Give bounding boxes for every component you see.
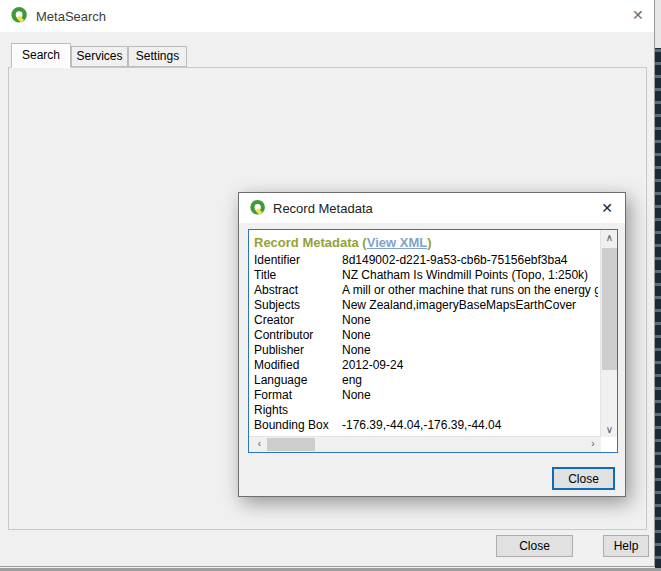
field-label: Bounding Box xyxy=(254,418,342,433)
tab-services[interactable]: Services xyxy=(71,46,128,67)
metadata-content: Record Metadata (View XML) Identifier 8d… xyxy=(254,235,598,433)
field-label: Publisher xyxy=(254,343,342,358)
field-value: eng xyxy=(342,373,598,388)
metadata-field-row: Contributor None xyxy=(254,328,598,343)
dialog-close-label: Close xyxy=(568,472,599,486)
field-label: Abstract xyxy=(254,283,342,298)
metadata-field-row: Title NZ Chatham Is Windmill Points (Top… xyxy=(254,268,598,283)
metadata-field-row: Rights xyxy=(254,403,598,418)
field-value: None xyxy=(342,313,598,328)
tab-settings-label: Settings xyxy=(136,49,179,63)
main-close-button[interactable]: Close xyxy=(496,535,573,557)
metadata-field-row: Bounding Box -176.39,-44.04,-176.39,-44.… xyxy=(254,418,598,433)
metadata-text-area[interactable]: Record Metadata (View XML) Identifier 8d… xyxy=(248,229,618,453)
help-label: Help xyxy=(614,539,639,553)
metadata-field-row: Abstract A mill or other machine that ru… xyxy=(254,283,598,298)
dialog-close-icon[interactable]: ✕ xyxy=(601,200,613,216)
background-app-strip-top xyxy=(655,0,661,48)
background-app-strip xyxy=(655,0,661,571)
field-value: -176.39,-44.04,-176.39,-44.04 xyxy=(342,418,598,433)
tab-search[interactable]: Search xyxy=(11,43,71,68)
scroll-up-icon[interactable]: ∧ xyxy=(601,232,618,243)
metadata-heading-prefix: Record Metadata ( xyxy=(254,235,367,250)
window-title: MetaSearch xyxy=(36,9,106,24)
metadata-field-row: Identifier 8d149002-d221-9a53-cb6b-75156… xyxy=(254,253,598,268)
tab-services-label: Services xyxy=(76,49,122,63)
dialog-title: Record Metadata xyxy=(273,201,373,216)
field-label: Language xyxy=(254,373,342,388)
field-value: 2012-09-24 xyxy=(342,358,598,373)
tab-search-label: Search xyxy=(22,48,60,62)
field-label: Format xyxy=(254,388,342,403)
qgis-logo-icon xyxy=(249,199,267,217)
horizontal-scrollbar[interactable]: ‹ › xyxy=(249,436,601,452)
metadata-field-row: Publisher None xyxy=(254,343,598,358)
scroll-left-icon[interactable]: ‹ xyxy=(251,438,268,449)
field-label: Modified xyxy=(254,358,342,373)
record-metadata-dialog: Record Metadata ✕ Record Metadata (View … xyxy=(238,192,626,497)
field-label: Identifier xyxy=(254,253,342,268)
metadata-heading: Record Metadata (View XML) xyxy=(254,235,598,253)
vertical-scrollbar[interactable]: ∧ ∨ xyxy=(600,230,617,437)
metadata-field-row: Creator None xyxy=(254,313,598,328)
vertical-scroll-thumb[interactable] xyxy=(602,248,617,370)
metadata-field-row: Language eng xyxy=(254,373,598,388)
scroll-right-icon[interactable]: › xyxy=(587,438,599,449)
field-value: None xyxy=(342,343,598,358)
field-value xyxy=(342,403,598,418)
qgis-logo-icon xyxy=(10,6,29,25)
horizontal-scroll-thumb[interactable] xyxy=(267,438,315,451)
metadata-heading-suffix: ) xyxy=(427,235,431,250)
view-xml-link[interactable]: View XML xyxy=(367,235,427,250)
metadata-field-row: Format None xyxy=(254,388,598,403)
field-value: NZ Chatham Is Windmill Points (Topo, 1:2… xyxy=(342,268,598,283)
main-close-icon[interactable]: ✕ xyxy=(632,7,644,23)
field-label: Creator xyxy=(254,313,342,328)
help-button[interactable]: Help xyxy=(603,535,649,557)
field-value: 8d149002-d221-9a53-cb6b-75156ebf3ba4 xyxy=(342,253,598,268)
metadata-field-row: Subjects New Zealand,imageryBaseMapsEart… xyxy=(254,298,598,313)
field-label: Rights xyxy=(254,403,342,418)
metadata-field-row: Modified 2012-09-24 xyxy=(254,358,598,373)
dialog-close-button[interactable]: Close xyxy=(552,467,615,490)
main-close-label: Close xyxy=(519,539,550,553)
field-value: None xyxy=(342,328,598,343)
field-value: A mill or other machine that runs on the… xyxy=(342,283,598,298)
field-label: Title xyxy=(254,268,342,283)
field-value: None xyxy=(342,388,598,403)
tab-settings[interactable]: Settings xyxy=(128,46,187,67)
field-value: New Zealand,imageryBaseMapsEarthCover xyxy=(342,298,598,313)
field-label: Subjects xyxy=(254,298,342,313)
field-label: Contributor xyxy=(254,328,342,343)
main-titlebar[interactable]: MetaSearch ✕ xyxy=(0,0,654,32)
dialog-titlebar[interactable]: Record Metadata ✕ xyxy=(239,193,625,223)
scroll-down-icon[interactable]: ∨ xyxy=(601,424,618,435)
